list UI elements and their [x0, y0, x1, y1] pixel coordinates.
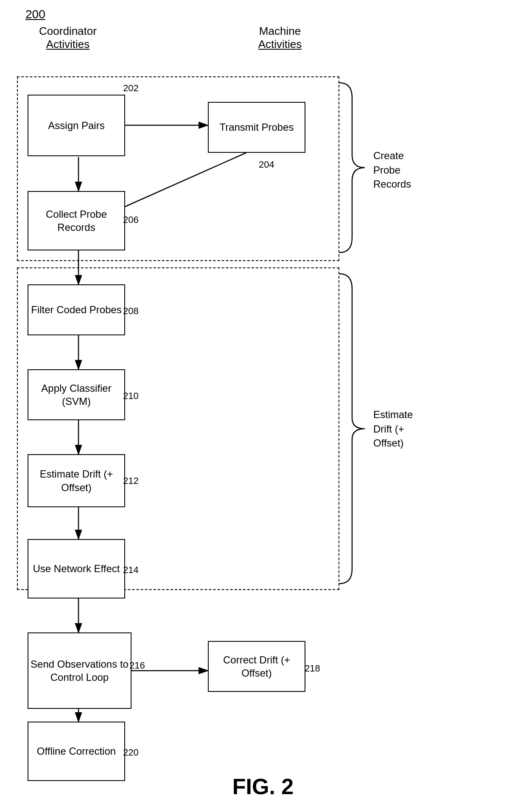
collect-probe-records-box: Collect Probe Records	[28, 191, 125, 250]
offline-correction-box: Offline Correction	[28, 722, 125, 781]
use-network-effect-box: Use Network Effect	[28, 539, 125, 598]
ref-202: 202	[123, 83, 139, 94]
diagram-number: 200	[25, 8, 45, 21]
assign-pairs-box: Assign Pairs	[28, 95, 125, 156]
send-observations-box: Send Observations to Control Loop	[28, 632, 132, 709]
ref-204: 204	[259, 159, 274, 170]
ref-218: 218	[305, 663, 320, 674]
create-probe-records-label: Create Probe Records	[373, 149, 428, 191]
ref-220: 220	[123, 747, 139, 758]
ref-208: 208	[123, 306, 139, 317]
diagram-container: 200 Coordinator Activities Machine Activ…	[0, 0, 526, 812]
correct-drift-box: Correct Drift (+ Offset)	[208, 641, 305, 692]
machine-header: Machine Activities	[238, 25, 322, 51]
ref-214: 214	[123, 565, 139, 576]
ref-206: 206	[123, 214, 139, 225]
estimate-drift-box: Estimate Drift (+ Offset)	[28, 454, 125, 507]
transmit-probes-box: Transmit Probes	[208, 102, 305, 153]
fig-label: FIG. 2	[232, 774, 294, 799]
ref-212: 212	[123, 475, 139, 486]
ref-210: 210	[123, 391, 139, 402]
apply-classifier-box: Apply Classifier (SVM)	[28, 369, 125, 420]
coordinator-header: Coordinator Activities	[25, 25, 110, 51]
ref-216: 216	[129, 660, 145, 671]
filter-coded-probes-box: Filter Coded Probes	[28, 284, 125, 335]
estimate-drift-side-label: Estimate Drift (+ Offset)	[373, 407, 437, 450]
